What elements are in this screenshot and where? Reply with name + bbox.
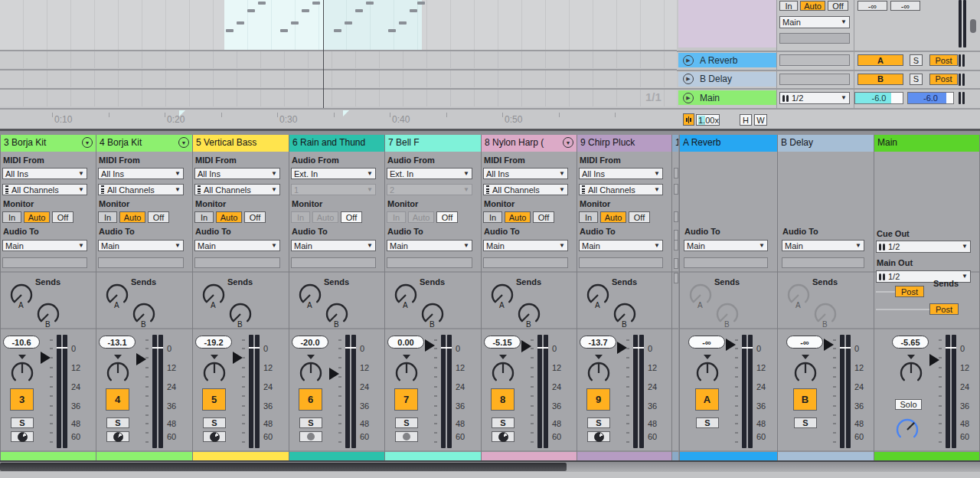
solo-button[interactable]: S [794, 417, 817, 428]
lane-header[interactable]: ▶B Delay [678, 72, 776, 87]
lane-activator-button[interactable]: B [858, 74, 903, 85]
input-source-dropdown[interactable]: Ext. In▼ [387, 168, 472, 179]
send-value-box[interactable]: -∞ [890, 1, 920, 11]
arrangement-track-lane[interactable] [0, 0, 677, 50]
play-icon[interactable]: ▶ [683, 55, 694, 66]
pan-knob[interactable] [393, 359, 420, 387]
track-header[interactable]: 8 Nylon Harp (▼ [482, 135, 577, 152]
pan-knob[interactable] [489, 359, 517, 387]
send-a-knob[interactable]: A [785, 281, 812, 309]
send-value-box[interactable]: -∞ [858, 1, 887, 11]
volume-value-display[interactable]: -20.0 [292, 336, 328, 349]
time-ruler[interactable]: 0:100:200:300:400:501.00xHW [0, 108, 980, 130]
monitor-off-button[interactable]: Off [52, 211, 74, 223]
output-dropdown[interactable]: Main▼ [194, 240, 280, 251]
monitor-auto-button[interactable]: Auto [119, 211, 145, 223]
volume-fader-handle[interactable] [136, 353, 146, 365]
send-a-knob[interactable]: A [103, 281, 131, 309]
send-b-knob[interactable]: B [34, 300, 62, 328]
output-dropdown[interactable]: Main▼ [684, 240, 768, 251]
send-a-knob[interactable]: A [200, 281, 227, 309]
lane-header[interactable]: ▶Main [678, 90, 776, 105]
send-b-knob[interactable]: B [227, 300, 254, 328]
zoom-height-button[interactable]: H [740, 114, 752, 126]
solo-button[interactable]: Solo [895, 399, 922, 410]
send-a-knob[interactable]: A [296, 281, 324, 309]
track-header[interactable]: 6 Rain and Thund [289, 135, 384, 152]
track-header[interactable]: 5 Vertical Bass [193, 135, 289, 152]
input-channel-dropdown[interactable]: All Channels▼ [98, 184, 184, 195]
solo-button[interactable]: S [11, 417, 34, 428]
input-channel-dropdown[interactable]: 2▼ [387, 184, 472, 195]
send-b-knob[interactable]: B [714, 300, 741, 328]
monitor-off-button[interactable]: Off [244, 211, 266, 223]
track-activator-button[interactable]: 4 [106, 388, 129, 411]
track-activator-button[interactable]: 9 [586, 388, 610, 411]
send-b-knob[interactable]: B [611, 300, 639, 328]
horizontal-scrollbar-track[interactable] [0, 462, 980, 472]
volume-value-display[interactable]: -5.65 [892, 336, 929, 349]
lane-header[interactable]: ▶A Reverb [678, 53, 776, 67]
output-channel-box[interactable] [2, 257, 87, 268]
output-dropdown[interactable]: Main▼ [291, 240, 376, 251]
monitor-auto-button[interactable]: Auto [800, 1, 825, 11]
monitor-off-button[interactable]: Off [148, 211, 169, 223]
send-b-post-toggle[interactable]: Post [929, 303, 959, 315]
track-activator-button[interactable]: A [695, 388, 719, 411]
input-source-dropdown[interactable]: All Ins▼ [483, 168, 568, 179]
play-icon[interactable]: ▶ [683, 74, 694, 84]
output-dropdown[interactable]: Main▼ [98, 240, 184, 251]
monitor-auto-button[interactable]: Auto [24, 211, 50, 223]
locator-marker[interactable] [179, 110, 185, 116]
volume-value-display[interactable]: 0.00 [387, 336, 424, 349]
playback-speed-box[interactable]: 1.00x [696, 114, 720, 126]
monitor-off-button[interactable]: Off [629, 211, 650, 223]
volume-value-display[interactable]: -13.7 [580, 336, 616, 349]
monitor-in-button[interactable]: In [2, 211, 21, 223]
arm-record-button[interactable] [299, 431, 322, 442]
lane-io-box[interactable] [779, 74, 850, 85]
track-header[interactable]: 4 Borja Kit▼ [96, 135, 192, 152]
horizontal-scrollbar-handle[interactable] [0, 463, 567, 471]
track-activator-button[interactable]: 5 [202, 388, 226, 411]
lane-cue-volume-box[interactable]: -6.0 [907, 92, 954, 104]
arrangement-return-lane-a[interactable] [0, 50, 677, 68]
locator-marker[interactable] [343, 110, 349, 116]
send-a-knob[interactable]: A [584, 281, 612, 309]
volume-fader-handle[interactable] [329, 368, 339, 380]
volume-value-display[interactable]: -19.2 [195, 336, 232, 349]
track-activator-button[interactable]: 8 [491, 388, 514, 411]
send-b-knob[interactable]: B [419, 300, 446, 328]
monitor-in-button[interactable]: In [194, 211, 214, 223]
monitor-off-button[interactable]: Off [341, 211, 362, 223]
monitor-in-button[interactable]: In [291, 211, 310, 223]
monitor-off-button[interactable]: Off [828, 1, 848, 11]
output-dropdown[interactable]: Main▼ [2, 240, 87, 251]
input-source-dropdown[interactable]: Ext. In▼ [291, 168, 376, 179]
track-header[interactable]: Main [874, 135, 980, 152]
input-channel-dropdown[interactable]: All Channels▼ [579, 184, 663, 195]
solo-button[interactable]: S [106, 417, 129, 428]
vertical-scrollbar-handle[interactable] [970, 19, 976, 33]
send-a-knob[interactable]: A [488, 281, 516, 309]
track-header[interactable]: 9 Chirp Pluck [577, 135, 671, 152]
midi-clip[interactable] [323, 0, 422, 50]
lane-solo-button[interactable]: S [910, 74, 923, 85]
input-channel-box[interactable] [779, 33, 850, 44]
monitor-off-button[interactable]: Off [533, 211, 554, 223]
arm-record-button[interactable] [106, 431, 129, 442]
track-activator-button[interactable]: 7 [394, 388, 418, 411]
solo-button[interactable]: S [203, 417, 226, 428]
arm-record-button[interactable] [395, 431, 418, 442]
arm-record-button[interactable] [492, 431, 514, 442]
send-b-knob[interactable]: B [130, 300, 158, 328]
monitor-in-button[interactable]: In [483, 211, 502, 223]
volume-value-display[interactable]: -∞ [786, 336, 823, 349]
volume-value-display[interactable]: -10.6 [3, 336, 40, 349]
send-b-knob[interactable]: B [515, 300, 543, 328]
pan-knob[interactable] [8, 359, 36, 387]
track-header[interactable]: 7 Bell F [385, 135, 481, 152]
lane-solo-button[interactable]: S [910, 54, 923, 66]
output-dropdown[interactable]: Main▼ [483, 240, 568, 251]
arrangement-main-lane[interactable] [0, 88, 677, 106]
